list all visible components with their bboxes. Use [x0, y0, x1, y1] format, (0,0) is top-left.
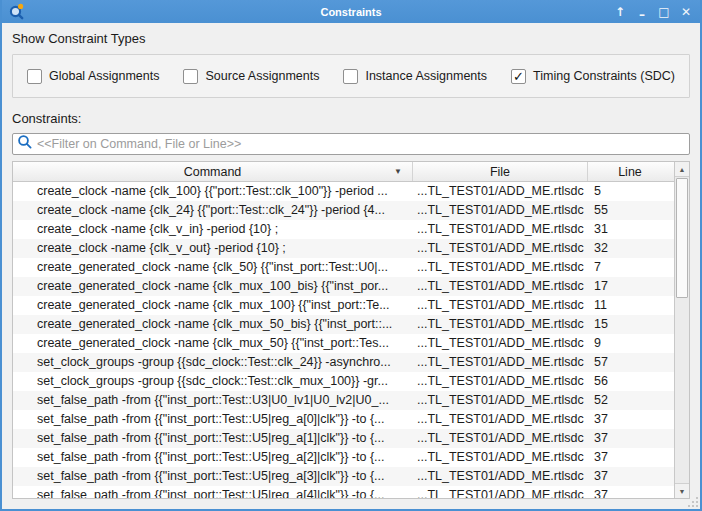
command-cell: set_false_path -from {{"inst_port::Test:… — [13, 429, 413, 448]
checkbox-unchecked-icon[interactable] — [183, 69, 198, 84]
table-row[interactable]: set_false_path -from {{"inst_port::Test:… — [13, 467, 674, 486]
line-cell: 7 — [588, 258, 672, 277]
table-row[interactable]: create_generated_clock -name {clk_50} {{… — [13, 258, 674, 277]
column-header-command[interactable]: Command ▼ — [13, 162, 413, 181]
line-cell: 31 — [588, 220, 672, 239]
line-cell: 56 — [588, 372, 672, 391]
table-row[interactable]: create_generated_clock -name {clk_mux_10… — [13, 277, 674, 296]
table-row[interactable]: create_generated_clock -name {clk_mux_50… — [13, 334, 674, 353]
file-cell: ...TL_TEST01/ADD_ME.rtlsdc — [413, 277, 588, 296]
checkbox-timing-constraints-sdc[interactable]: ✓Timing Constraints (SDC) — [511, 69, 675, 84]
file-cell: ...TL_TEST01/ADD_ME.rtlsdc — [413, 429, 588, 448]
table-row[interactable]: set_false_path -from {{"inst_port::Test:… — [13, 429, 674, 448]
line-cell: 37 — [588, 429, 672, 448]
command-cell: set_clock_groups -group {{sdc_clock::Tes… — [13, 353, 413, 372]
vertical-scrollbar[interactable]: ▲ ▼ — [674, 162, 689, 498]
file-cell: ...TL_TEST01/ADD_ME.rtlsdc — [413, 410, 588, 429]
file-cell: ...TL_TEST01/ADD_ME.rtlsdc — [413, 315, 588, 334]
line-cell: 55 — [588, 201, 672, 220]
resize-grip[interactable] — [688, 497, 698, 507]
command-cell: set_false_path -from {{"inst_port::Test:… — [13, 391, 413, 410]
minimize-button[interactable]: – — [634, 4, 650, 20]
shade-button[interactable]: ↑ — [612, 4, 628, 20]
line-cell: 11 — [588, 296, 672, 315]
file-cell: ...TL_TEST01/ADD_ME.rtlsdc — [413, 239, 588, 258]
line-cell: 37 — [588, 448, 672, 467]
titlebar[interactable]: Constraints ↑ – □ ✕ — [2, 0, 700, 23]
command-cell: create_generated_clock -name {clk_mux_50… — [13, 315, 413, 334]
command-cell: create_clock -name {clk_24} {{"port::Tes… — [13, 201, 413, 220]
checkbox-unchecked-icon[interactable] — [343, 69, 358, 84]
checkbox-instance-assignments[interactable]: Instance Assignments — [343, 69, 487, 84]
file-cell: ...TL_TEST01/ADD_ME.rtlsdc — [413, 467, 588, 486]
app-magnifier-icon — [8, 3, 26, 21]
checkbox-label: Global Assignments — [49, 69, 159, 83]
table-row[interactable]: set_clock_groups -group {{sdc_clock::Tes… — [13, 353, 674, 372]
constraints-table: Command ▼ File Line create_clock -name {… — [12, 161, 690, 499]
table-row[interactable]: create_clock -name {clk_v_out} -period {… — [13, 239, 674, 258]
window-title: Constraints — [2, 6, 700, 18]
close-button[interactable]: ✕ — [678, 4, 694, 20]
command-cell: set_false_path -from {{"inst_port::Test:… — [13, 410, 413, 429]
line-cell: 32 — [588, 239, 672, 258]
column-header-line[interactable]: Line — [588, 162, 672, 181]
file-cell: ...TL_TEST01/ADD_ME.rtlsdc — [413, 334, 588, 353]
table-row[interactable]: set_clock_groups -group {{sdc_clock::Tes… — [13, 372, 674, 391]
file-cell: ...TL_TEST01/ADD_ME.rtlsdc — [413, 353, 588, 372]
scrollbar-up-button[interactable]: ▲ — [675, 162, 689, 177]
command-cell: set_clock_groups -group {{sdc_clock::Tes… — [13, 372, 413, 391]
table-row[interactable]: create_clock -name {clk_24} {{"port::Tes… — [13, 201, 674, 220]
file-cell: ...TL_TEST01/ADD_ME.rtlsdc — [413, 296, 588, 315]
line-cell: 37 — [588, 410, 672, 429]
checkbox-label: Instance Assignments — [365, 69, 487, 83]
checkbox-checked-icon[interactable]: ✓ — [511, 69, 526, 84]
file-cell: ...TL_TEST01/ADD_ME.rtlsdc — [413, 201, 588, 220]
line-cell: 52 — [588, 391, 672, 410]
line-cell: 37 — [588, 467, 672, 486]
checkbox-global-assignments[interactable]: Global Assignments — [27, 69, 159, 84]
table-row[interactable]: set_false_path -from {{"inst_port::Test:… — [13, 410, 674, 429]
checkbox-label: Source Assignments — [205, 69, 319, 83]
command-cell: create_generated_clock -name {clk_mux_50… — [13, 334, 413, 353]
command-cell: create_generated_clock -name {clk_50} {{… — [13, 258, 413, 277]
file-cell: ...TL_TEST01/ADD_ME.rtlsdc — [413, 372, 588, 391]
file-cell: ...TL_TEST01/ADD_ME.rtlsdc — [413, 220, 588, 239]
command-cell: create_clock -name {clk_v_in} -period {1… — [13, 220, 413, 239]
scrollbar-down-button[interactable]: ▼ — [675, 483, 689, 498]
filter-input[interactable] — [37, 137, 685, 151]
line-cell: 57 — [588, 353, 672, 372]
table-row[interactable]: set_false_path -from {{"inst_port::Test:… — [13, 486, 674, 498]
constraints-label: Constraints: — [12, 111, 690, 128]
line-cell: 9 — [588, 334, 672, 353]
checkbox-unchecked-icon[interactable] — [27, 69, 42, 84]
table-row[interactable]: create_generated_clock -name {clk_mux_50… — [13, 315, 674, 334]
checkbox-source-assignments[interactable]: Source Assignments — [183, 69, 319, 84]
scrollbar-thumb[interactable] — [676, 178, 688, 298]
command-cell: set_false_path -from {{"inst_port::Test:… — [13, 486, 413, 498]
file-cell: ...TL_TEST01/ADD_ME.rtlsdc — [413, 182, 588, 201]
table-row[interactable]: create_clock -name {clk_100} {{"port::Te… — [13, 182, 674, 201]
maximize-button[interactable]: □ — [656, 4, 672, 20]
command-cell: set_false_path -from {{"inst_port::Test:… — [13, 467, 413, 486]
command-cell: create_generated_clock -name {clk_mux_10… — [13, 296, 413, 315]
search-icon — [17, 134, 33, 154]
table-row[interactable]: set_false_path -from {{"inst_port::Test:… — [13, 448, 674, 467]
command-cell: set_false_path -from {{"inst_port::Test:… — [13, 448, 413, 467]
line-cell: 5 — [588, 182, 672, 201]
file-cell: ...TL_TEST01/ADD_ME.rtlsdc — [413, 391, 588, 410]
file-cell: ...TL_TEST01/ADD_ME.rtlsdc — [413, 258, 588, 277]
column-header-file[interactable]: File — [413, 162, 588, 181]
file-cell: ...TL_TEST01/ADD_ME.rtlsdc — [413, 448, 588, 467]
filter-bar — [12, 133, 690, 155]
dialog-content: Show Constraint Types Global Assignments… — [2, 23, 700, 509]
line-cell: 15 — [588, 315, 672, 334]
table-row[interactable]: set_false_path -from {{"inst_port::Test:… — [13, 391, 674, 410]
table-row[interactable]: create_generated_clock -name {clk_mux_10… — [13, 296, 674, 315]
checkbox-label: Timing Constraints (SDC) — [533, 69, 675, 83]
command-cell: create_clock -name {clk_v_out} -period {… — [13, 239, 413, 258]
constraints-dialog: Constraints ↑ – □ ✕ Show Constraint Type… — [0, 0, 702, 511]
table-row[interactable]: create_clock -name {clk_v_in} -period {1… — [13, 220, 674, 239]
sort-descending-icon: ▼ — [394, 168, 402, 176]
show-constraint-types-label: Show Constraint Types — [12, 31, 690, 48]
table-header: Command ▼ File Line — [13, 162, 674, 182]
